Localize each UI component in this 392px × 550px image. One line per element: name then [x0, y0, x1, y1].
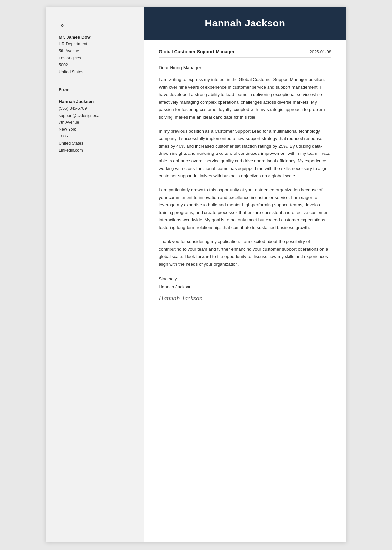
from-section: From Hannah Jackson (555) 345-6789 suppo… [59, 87, 131, 154]
letter-date: 2025-01-08 [310, 49, 332, 54]
closing: Sincerely, Hannah Jackson [159, 275, 331, 291]
sender-linkedin: Linkedin.com [59, 148, 83, 153]
sender-zip: 1005 [59, 134, 68, 138]
recipient-street: 5th Avenue [59, 49, 79, 53]
sender-email: support@cvdesigner.ai [59, 113, 100, 118]
from-label: From [59, 87, 131, 92]
paragraph-1: I am writing to express my interest in t… [159, 76, 331, 121]
recipient-city: Los Angeles [59, 56, 81, 60]
signature: Hannah Jackson [159, 295, 331, 302]
from-divider [59, 94, 131, 94]
to-section: To Mr. James Dow HR Department 5th Avenu… [59, 23, 131, 75]
to-label: To [59, 23, 131, 28]
recipient-name: Mr. James Dow [59, 35, 131, 40]
salutation: Dear Hiring Manager, [159, 65, 331, 70]
paragraph-2: In my previous position as a Customer Su… [159, 128, 331, 180]
sender-info: (555) 345-6789 support@cvdesigner.ai 7th… [59, 105, 131, 154]
sender-name: Hannah Jackson [59, 99, 131, 104]
paragraph-3: I am particularly drawn to this opportun… [159, 186, 331, 232]
to-divider [59, 30, 131, 30]
main-content: Hannah Jackson Global Customer Support M… [144, 7, 346, 542]
sender-phone: (555) 345-6789 [59, 106, 87, 111]
recipient-department: HR Department [59, 42, 87, 46]
applicant-name: Hannah Jackson [150, 18, 340, 29]
meta-row: Global Customer Support Manager 2025-01-… [159, 49, 331, 58]
cover-letter-page: To Mr. James Dow HR Department 5th Avenu… [46, 7, 346, 542]
content-area: Global Customer Support Manager 2025-01-… [144, 40, 346, 542]
recipient-country: United States [59, 70, 83, 74]
recipient-info: HR Department 5th Avenue Los Angeles 500… [59, 41, 131, 75]
recipient-zip: 5002 [59, 63, 68, 67]
sender-country: United States [59, 141, 83, 146]
header-banner: Hannah Jackson [144, 7, 346, 40]
paragraph-4: Thank you for considering my application… [159, 238, 331, 268]
sender-city: New York [59, 127, 76, 132]
closing-line2: Hannah Jackson [159, 283, 331, 291]
closing-line1: Sincerely, [159, 275, 331, 283]
sender-street: 7th Avenue [59, 120, 79, 125]
job-title: Global Customer Support Manager [159, 49, 235, 54]
sidebar: To Mr. James Dow HR Department 5th Avenu… [46, 7, 144, 542]
